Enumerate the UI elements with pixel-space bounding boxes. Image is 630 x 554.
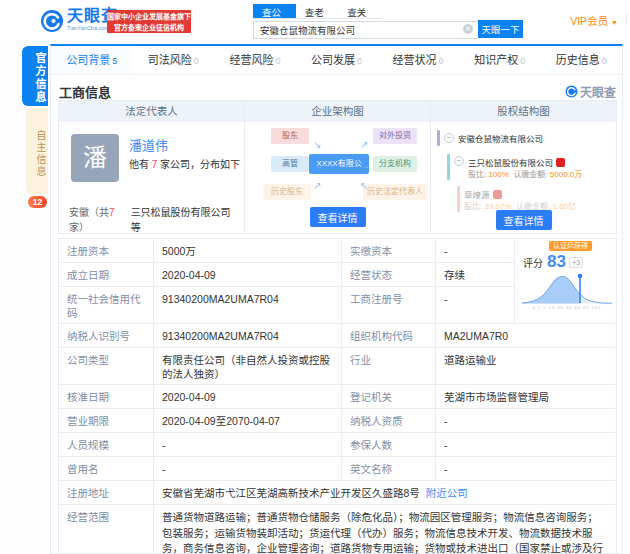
search-input[interactable] xyxy=(253,21,478,39)
search-button[interactable]: 天眼一下 xyxy=(478,20,523,38)
collapse-icon[interactable]: − xyxy=(454,156,464,166)
table-row-address: 注册地址 安徽省芜湖市弋江区芜湖高新技术产业开发区久盛路8号附近公司 xyxy=(59,481,616,505)
tianyancha-watermark: 天眼查 xyxy=(565,83,616,100)
tree-bar xyxy=(457,186,460,212)
arrow-icon: → xyxy=(313,160,323,171)
tab-company-development[interactable]: 公司发展0 xyxy=(296,46,378,74)
score-badge: 认证后获得 xyxy=(549,241,592,251)
arrow-icon: ↗ xyxy=(313,180,321,191)
watermark-logo-icon xyxy=(565,85,578,98)
equity-child-name[interactable]: 三只松鼠股份有限公司 xyxy=(468,156,582,168)
org-structure-panel: 企业架构图 股东 高管 历史股东 XXXX有限公司 对外投资 分支机构 历史法定… xyxy=(245,101,431,233)
caret-down-icon: ▼ xyxy=(611,19,618,26)
gov-certification-badge: 国家中小企业发展基金旗下 官方备案企业征信机构 xyxy=(107,10,191,33)
org-chart-detail-button[interactable]: 查看详情 xyxy=(310,207,366,227)
org-node-history-shareholder: 历史股东 xyxy=(263,184,311,200)
score-label: 评分 xyxy=(523,255,543,270)
clear-icon[interactable]: ✕ xyxy=(463,24,473,34)
collapse-icon[interactable]: − xyxy=(444,133,454,143)
section-title-business-info: 工商信息 xyxy=(59,82,111,101)
table-row: 注册资本 5000万 实缴资本 - xyxy=(59,239,514,263)
header-divider: | xyxy=(625,12,628,24)
table-row-business-scope: 经营范围 普通货物道路运输；普通货物仓储服务（除危化品）；物流园区管理服务；物流… xyxy=(59,505,616,554)
sidebar-tab-self-info[interactable]: 自主信息 xyxy=(26,108,48,194)
equity-grandchild-name[interactable]: 章燎源 xyxy=(464,188,576,200)
tree-bar xyxy=(447,154,450,180)
equity-child-meta: 股比: 100% 认缴金额: 5000.0万 xyxy=(468,168,582,179)
equity-grandchild-meta: 股比: 39.97% 认缴金额: 1.60亿 xyxy=(464,200,576,211)
table-row: 公司类型 有限责任公司（非自然人投资或控股的法人独资） 行业 道路运输业 xyxy=(59,348,616,385)
legal-representative-panel: 法定代表人 潘 潘道伟 他有 7 家公司，分布如下 安徽（共7家） 三只松鼠股份… xyxy=(59,101,245,233)
business-info-table: 注册资本 5000万 实缴资本 - 成立日期 2020-04-09 经营状态 存… xyxy=(58,238,617,554)
org-node-executive: 高管 xyxy=(271,156,309,172)
tab-operation-status[interactable]: 经营状况0 xyxy=(377,46,459,74)
tab-judicial-risk[interactable]: 司法风险0 xyxy=(133,46,215,74)
org-structure-header: 企业架构图 xyxy=(245,101,430,122)
equity-child-row: − 三只松鼠股份有限公司 股比: 100% 认缴金额: 5000.0万 xyxy=(447,154,612,180)
legal-rep-region: 安徽（共7家） xyxy=(69,204,131,234)
nearby-companies-link[interactable]: 附近公司 xyxy=(426,487,468,499)
company-logo-icon xyxy=(556,158,565,167)
legal-rep-name-link[interactable]: 潘道伟 xyxy=(129,135,168,154)
equity-structure-header: 股权结构图 xyxy=(431,101,616,122)
score-delta: +3 xyxy=(569,257,584,268)
business-scope-value: 普通货物道路运输；普通货物仓储服务（除危化品）；物流园区管理服务；物流信息咨询服… xyxy=(154,505,616,554)
overview-panels: 法定代表人 潘 潘道伟 他有 7 家公司，分布如下 安徽（共7家） 三只松鼠股份… xyxy=(58,100,617,234)
tab-intellectual-property[interactable]: 知识产权0 xyxy=(459,46,541,74)
table-row: 纳税人识别号 91340200MA2UMA7R04 组织机构代码 MA2UMA7… xyxy=(59,324,616,348)
equity-chart-detail-button[interactable]: 查看详情 xyxy=(496,210,552,230)
equity-structure-panel: 股权结构图 − 安徽仓鼠物流有限公司 − 三只松鼠股份有限公司 股比: 100%… xyxy=(431,101,616,233)
table-row: 统一社会信用代码 91340200MA2UMA7R04 工商注册号 - xyxy=(59,287,514,323)
search-type-tabs: 查公司 查老板 查关系 xyxy=(253,4,381,19)
score-value: 83 xyxy=(547,252,566,272)
table-row: 曾用名 - 英文名称 - xyxy=(59,457,616,481)
sidebar-tab-official-info[interactable]: 官方信息 xyxy=(22,46,48,106)
tianyancha-company-page: 天眼查 TianYanCha.com 国家中小企业发展基金旗下 官方备案企业征信… xyxy=(0,0,630,554)
legal-rep-company-link[interactable]: 三只松鼠股份有限公司等 xyxy=(131,204,234,234)
legal-rep-avatar[interactable]: 潘 xyxy=(71,134,119,182)
tianyancha-logo-icon xyxy=(40,9,64,33)
org-node-branch: 分支机构 xyxy=(373,156,417,172)
org-node-history-legal-rep: 历史法定代表人 xyxy=(363,184,427,200)
score-distribution-chart xyxy=(520,272,614,305)
equity-root-name[interactable]: 安徽仓鼠物流有限公司 xyxy=(458,132,543,144)
legal-representative-header: 法定代表人 xyxy=(59,101,244,122)
table-row: 成立日期 2020-04-09 经营状态 存续 xyxy=(59,263,514,287)
top-header: 天眼查 TianYanCha.com 国家中小企业发展基金旗下 官方备案企业征信… xyxy=(0,0,630,40)
org-node-shareholder: 股东 xyxy=(271,128,309,144)
search-tab-company[interactable]: 查公司 xyxy=(253,4,296,18)
legal-rep-description: 他有 7 家公司，分布如下 xyxy=(129,156,240,171)
arrow-icon: → xyxy=(360,160,370,171)
vip-menu[interactable]: VIP会员 ▼ xyxy=(570,13,618,28)
self-info-count-badge: 12 xyxy=(28,196,47,208)
table-row: 人员规模 - 参保人数 - xyxy=(59,433,616,457)
company-detail-card: 公司背景5 司法风险0 经营风险0 公司发展0 经营状况0 知识产权0 历史信息… xyxy=(50,44,623,554)
org-node-investment: 对外投资 xyxy=(373,128,417,144)
table-row: 营业期限 2020-04-09至2070-04-07 纳税人资质 - xyxy=(59,409,616,433)
tab-company-background[interactable]: 公司背景5 xyxy=(51,46,133,74)
company-nav-tabs: 公司背景5 司法风险0 经营风险0 公司发展0 经营状况0 知识产权0 历史信息… xyxy=(51,46,622,75)
search-tab-relation[interactable]: 查关系 xyxy=(338,4,381,18)
address-label: 注册地址 xyxy=(59,481,154,504)
company-score-card: 认证后获得 评分 83 +3 0 1 5 15 45 65 85 xyxy=(514,239,616,323)
arrow-icon: ↗ xyxy=(360,139,368,150)
equity-root-row: − 安徽仓鼠物流有限公司 xyxy=(437,130,612,146)
search-area: 查公司 查老板 查关系 ✕ 天眼一下 xyxy=(253,4,523,39)
tab-operation-risk[interactable]: 经营风险0 xyxy=(214,46,296,74)
company-logo-icon xyxy=(493,190,502,199)
address-value: 安徽省芜湖市弋江区芜湖高新技术产业开发区久盛路8号附近公司 xyxy=(154,481,616,504)
business-scope-label: 经营范围 xyxy=(59,505,154,554)
search-tab-boss[interactable]: 查老板 xyxy=(296,4,339,18)
arrow-icon: ↖ xyxy=(360,180,368,191)
score-axis-labels: 0 1 5 15 45 65 85 95 100 xyxy=(520,305,614,310)
tab-history-info[interactable]: 历史信息0 xyxy=(540,46,622,74)
arrow-icon: ↘ xyxy=(313,139,321,150)
tree-bar xyxy=(437,130,440,146)
table-row: 核准日期 2020-04-09 登记机关 芜湖市市场监督管理局 xyxy=(59,385,616,409)
equity-grandchild-row: 章燎源 股比: 39.97% 认缴金额: 1.60亿 xyxy=(457,186,612,212)
